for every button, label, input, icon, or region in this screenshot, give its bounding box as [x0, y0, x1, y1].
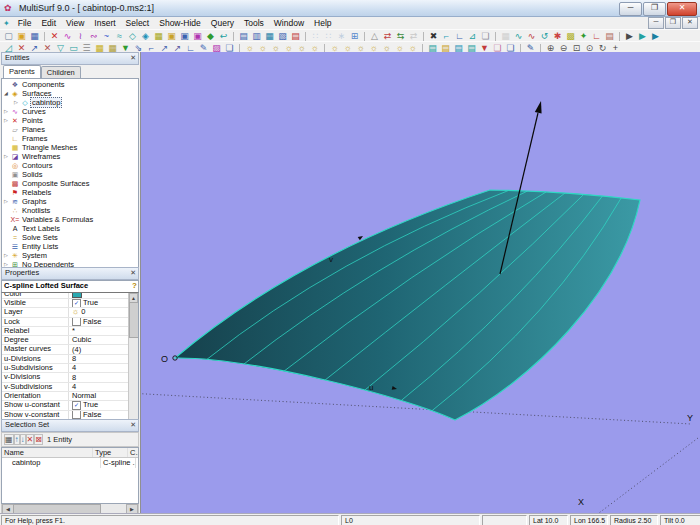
tree-item-frames[interactable]: ∟Frames	[2, 134, 138, 143]
tree-item-relabels[interactable]: ⚑Relabels	[2, 188, 138, 197]
expand-icon[interactable]: ▷	[2, 152, 10, 161]
tree-item-components[interactable]: ❖Components	[2, 80, 138, 89]
undo-icon[interactable]: ↩	[217, 31, 230, 42]
menu-item-edit[interactable]: Edit	[36, 18, 61, 28]
tree-item-entity-lists[interactable]: ☰Entity Lists	[2, 242, 138, 251]
entities-tree[interactable]: ❖Components◢◈Surfaces▷◇cabintop▷∿Curves▷…	[1, 78, 139, 269]
mdi-close-button[interactable]: ✕	[682, 17, 698, 29]
column-header[interactable]: Name	[2, 448, 93, 457]
select-cursor-icon[interactable]: ▶	[623, 31, 636, 42]
tree-item-contours[interactable]: ◎Contours	[2, 161, 138, 170]
column-header[interactable]: C...	[128, 448, 139, 457]
tree-item-planes[interactable]: ▱Planes	[2, 125, 138, 134]
menu-item-view[interactable]: View	[61, 18, 89, 28]
new-file-icon[interactable]: ▢	[2, 31, 15, 42]
selection-table[interactable]: NameTypeC...L...cabintopC-spline ...S...…	[1, 447, 139, 504]
checkbox-unchecked-icon[interactable]	[72, 318, 81, 326]
expand-icon[interactable]: ▷	[2, 251, 10, 260]
tree-item-graphs[interactable]: ▷≋Graphs	[2, 197, 138, 206]
view-plan-icon[interactable]: ▦	[263, 31, 276, 42]
menu-item-tools[interactable]: Tools	[239, 18, 269, 28]
create-curve-icon[interactable]: ∾	[87, 31, 100, 42]
view-profile-icon[interactable]: ▧	[276, 31, 289, 42]
menu-item-file[interactable]: File	[13, 18, 37, 28]
mesh-gray-icon[interactable]: ▦	[499, 31, 512, 42]
transform-icon[interactable]: ⇄	[407, 31, 420, 42]
create-point-icon[interactable]: ∿	[61, 31, 74, 42]
create-ring-icon[interactable]: ≈	[113, 31, 126, 42]
create-solid-icon[interactable]: ▣	[191, 31, 204, 42]
snap-icon[interactable]: ⊞	[348, 31, 361, 42]
model-viewport[interactable]: Y X O v u	[140, 52, 700, 513]
maximize-button[interactable]: ❐	[643, 2, 666, 16]
selection-close-icon[interactable]: ✕	[130, 421, 136, 429]
menu-item-window[interactable]: Window	[269, 18, 309, 28]
corner-a-icon[interactable]: ⌐	[440, 31, 453, 42]
view-close-icon[interactable]: ▤	[289, 31, 302, 42]
angle-red-icon[interactable]: ∟	[590, 31, 603, 42]
tree-item-variables-formulas[interactable]: X=Variables & Formulas	[2, 215, 138, 224]
help-icon[interactable]: ?	[132, 281, 137, 291]
tree-item-points[interactable]: ▷✕Points	[2, 116, 138, 125]
close-button[interactable]: ✕	[667, 2, 697, 16]
menu-item-help[interactable]: Help	[309, 18, 336, 28]
column-header[interactable]: Type	[93, 448, 128, 457]
comment-icon[interactable]: ❏	[479, 31, 492, 42]
color-swatch[interactable]	[72, 293, 82, 298]
tree-item-curves[interactable]: ▷∿Curves	[2, 107, 138, 116]
selection-list-icon[interactable]: ▦	[4, 434, 14, 445]
properties-close-icon[interactable]: ✕	[130, 269, 136, 277]
minimize-button[interactable]: ─	[619, 2, 642, 16]
move-down-icon[interactable]: ↓	[20, 434, 26, 445]
spline-red-icon[interactable]: ∿	[525, 31, 538, 42]
rotate-tool-icon[interactable]: ↺	[538, 31, 551, 42]
clear-selection-icon[interactable]: ⊠	[34, 434, 43, 445]
remove-entity-icon[interactable]: ✕	[26, 434, 35, 445]
grid-c-icon[interactable]: ∗	[335, 31, 348, 42]
tab-parents[interactable]: Parents	[3, 65, 41, 78]
save-file-icon[interactable]: ▦	[28, 31, 41, 42]
hook-icon[interactable]: ∿	[512, 31, 525, 42]
tab-children[interactable]: Children	[41, 66, 81, 78]
open-file-icon[interactable]: ▣	[15, 31, 28, 42]
tree-item-system[interactable]: ▷✳System	[2, 251, 138, 260]
grid-b-icon[interactable]: ∷	[322, 31, 335, 42]
view-wireframe-icon[interactable]: ▤	[237, 31, 250, 42]
tree-item-solids[interactable]: ▣Solids	[2, 170, 138, 179]
corner-b-icon[interactable]: ∟	[453, 31, 466, 42]
nudge-left-icon[interactable]: ⇄	[381, 31, 394, 42]
checkbox-unchecked-icon[interactable]	[72, 411, 81, 419]
scrollbar-thumb[interactable]	[129, 302, 139, 338]
tree-item-composite-surfaces[interactable]: ▩Composite Surfaces	[2, 179, 138, 188]
menu-item-insert[interactable]: Insert	[89, 18, 120, 28]
tree-item-surface-cabintop[interactable]: ▷◇cabintop	[2, 98, 138, 107]
view-shaded-icon[interactable]: ▥	[250, 31, 263, 42]
expand-icon[interactable]: ▷	[2, 197, 10, 206]
create-bead-icon[interactable]: ≀	[74, 31, 87, 42]
nudge-right-icon[interactable]: ⇆	[394, 31, 407, 42]
tree-item-knotlists[interactable]: ∴Knotlists	[2, 206, 138, 215]
entities-close-icon[interactable]: ✕	[130, 54, 136, 62]
viewport-canvas[interactable]: Y X O v u	[141, 52, 700, 513]
tree-item-triangle-meshes[interactable]: ▦Triangle Meshes	[2, 143, 138, 152]
collapse-icon[interactable]: ◢	[2, 89, 10, 98]
expand-icon[interactable]: ▷	[2, 116, 10, 125]
cut-icon[interactable]: ✖	[427, 31, 440, 42]
mdi-restore-button[interactable]: ❐	[665, 17, 681, 29]
create-snake-icon[interactable]: ~	[100, 31, 113, 42]
move-up-icon[interactable]: ↑	[14, 434, 20, 445]
tree-item-solve-sets[interactable]: =Solve Sets	[2, 233, 138, 242]
menu-item-query[interactable]: Query	[206, 18, 239, 28]
create-frame-icon[interactable]: ▣	[165, 31, 178, 42]
checkbox-checked-icon[interactable]: ✓	[72, 401, 81, 409]
select-subtract-icon[interactable]: ▶	[649, 31, 662, 42]
create-composite-icon[interactable]: ◈	[139, 31, 152, 42]
tree-item-text-labels[interactable]: AText Labels	[2, 224, 138, 233]
create-surface-icon[interactable]: ◇	[126, 31, 139, 42]
expand-icon[interactable]: ▷	[12, 98, 20, 107]
measure-icon[interactable]: △	[368, 31, 381, 42]
corner-c-icon[interactable]: ⊿	[466, 31, 479, 42]
create-mesh-icon[interactable]: ▦	[152, 31, 165, 42]
tree-item-surfaces[interactable]: ◢◈Surfaces	[2, 89, 138, 98]
mdi-minimize-button[interactable]: ─	[648, 17, 664, 29]
